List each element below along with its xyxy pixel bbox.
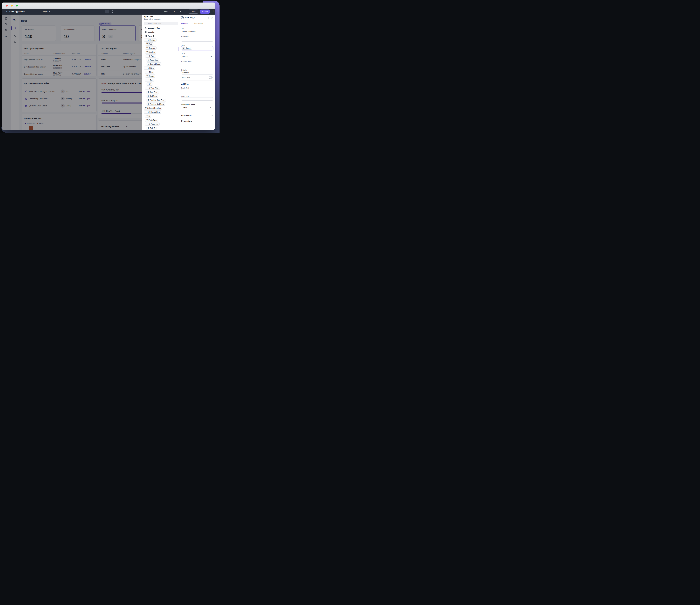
tree-pill-item[interactable]: TPrevious End Time (142, 102, 178, 105)
add-permission-button[interactable]: + (211, 120, 213, 122)
text-type-icon: T (147, 115, 148, 117)
caret-down-icon[interactable]: ▾ (145, 40, 146, 41)
preview-play-icon[interactable]: ▷ (185, 10, 186, 13)
data-pill[interactable]: ▾{···}Filters (144, 67, 155, 70)
desktop-view-button[interactable] (105, 10, 109, 14)
tree-pill-item[interactable]: ±1Current Page (142, 63, 178, 66)
data-pill[interactable]: ▾{···}Time Filter (145, 87, 160, 90)
tree-pill-item[interactable]: ▾{···}Properties (142, 123, 178, 126)
prefix-text-field[interactable] (181, 89, 213, 92)
tab-content[interactable]: Content (181, 22, 188, 24)
caret-down-icon[interactable]: ▾ (143, 35, 145, 37)
search-input[interactable] (148, 22, 177, 25)
data-pill[interactable]: TSelected Row Key (144, 106, 162, 110)
caret-down-icon[interactable]: ▾ (147, 55, 147, 56)
minimize-window-button[interactable] (11, 5, 13, 6)
decimal-places-field[interactable] (181, 63, 213, 66)
scrollbar-thumb[interactable] (178, 47, 179, 51)
mobile-view-button[interactable] (110, 10, 115, 14)
back-arrow-icon[interactable]: ← (6, 10, 8, 13)
permissions-section: Permissions (181, 120, 192, 122)
caret-down-icon[interactable]: ▾ (147, 123, 147, 125)
data-pill[interactable]: TColumns (145, 47, 157, 50)
data-pill[interactable]: TSearch (145, 74, 155, 78)
page-selector[interactable]: Page 1▾ (43, 10, 50, 13)
tree-pill-item[interactable]: {···}Filter (142, 71, 178, 74)
data-pill[interactable]: TData (145, 43, 154, 46)
collapse-panel-icon[interactable] (175, 16, 177, 19)
tree-pill-item[interactable]: TId (142, 115, 178, 118)
caret-down-icon[interactable]: ▾ (145, 68, 146, 69)
trend-color-toggle[interactable] (208, 76, 213, 79)
data-pill[interactable]: ±1Current Page (146, 63, 161, 66)
caret-right-icon[interactable]: ▸ (143, 31, 145, 33)
caret-right-icon[interactable]: ▸ (143, 27, 145, 29)
tree-pill-item[interactable]: ▾{···}Content (142, 39, 178, 42)
description-field[interactable] (181, 38, 213, 42)
data-pill[interactable]: ±1Page Size (146, 58, 159, 62)
zoom-level-selector[interactable]: 100%▾ (164, 10, 169, 13)
collapse-panel-icon[interactable] (211, 16, 214, 19)
data-pill[interactable]: ▾{···}Page (145, 54, 156, 57)
data-pill[interactable]: TPrevious End Time (146, 102, 165, 105)
trash-icon[interactable] (210, 106, 212, 108)
type-select[interactable]: Number▾ (181, 55, 213, 58)
value-field[interactable]: Count (181, 46, 213, 50)
data-pill[interactable]: ▾{···}Selected Row (144, 111, 161, 114)
tree-pill-item[interactable]: TSearch (142, 74, 178, 78)
data-pill[interactable]: ▾[ ]Sort (145, 78, 154, 82)
caret-down-icon[interactable]: ▾ (147, 88, 147, 89)
suffix-text-field[interactable] (181, 97, 213, 101)
tree-pill-item[interactable]: ▾{···}Time Filter (142, 87, 178, 90)
tree-pill-item[interactable]: TData (142, 43, 178, 46)
data-pill[interactable]: {···}0 (146, 82, 153, 86)
more-options-icon[interactable]: ⋮ (212, 10, 214, 13)
tab-appearance[interactable]: Appearance (194, 22, 203, 24)
data-pill[interactable]: TStart Time (146, 91, 159, 94)
tree-pill-item[interactable]: ▾{···}Page (142, 54, 178, 57)
tree-pill-item[interactable]: ▾{···}Filters (142, 67, 178, 70)
data-pill[interactable]: TEnd Time (146, 95, 158, 98)
secondary-value-field[interactable]: Trend (181, 105, 213, 109)
data-pill[interactable]: TPrevious Start Time (146, 99, 166, 102)
add-interaction-button[interactable]: + (211, 114, 213, 117)
tree-pill-item[interactable]: {···}0 (142, 82, 178, 86)
workspace: ⚙ U Home My Accounts140Upcoming QBRs10Up… (2, 15, 215, 130)
tree-pill-item[interactable]: TSelected Row Key (142, 106, 178, 110)
tree-pill-item[interactable]: TStart Time (142, 91, 178, 94)
tree-pill-item[interactable]: TIdentifier (142, 51, 178, 54)
tree-root-item[interactable]: ▾Table_1 (142, 34, 178, 38)
caret-down-icon[interactable]: ▾ (145, 112, 146, 113)
publish-button[interactable]: Publish (200, 9, 210, 14)
zoom-window-button[interactable] (16, 5, 18, 6)
caret-down-icon[interactable]: ▾ (147, 79, 147, 81)
save-button[interactable]: Save (189, 9, 198, 14)
data-pill[interactable]: TTask ID (146, 127, 157, 130)
data-pill[interactable]: TIdentifier (145, 51, 156, 54)
redo-icon[interactable]: ↷ (179, 10, 181, 13)
tree-root-item[interactable]: ▸Location (142, 30, 178, 33)
data-pill[interactable]: ▾{···}Properties (145, 123, 160, 126)
text-type-icon: T (148, 103, 149, 105)
data-pill[interactable]: TEntity Type (145, 119, 158, 122)
title-field[interactable]: Upsell Opportunity (181, 30, 213, 33)
tree-pill-item[interactable]: TColumns (142, 47, 178, 50)
notation-select[interactable]: Standard▾ (181, 71, 213, 74)
edit-pencil-icon[interactable] (207, 17, 209, 19)
tree-root-item[interactable]: ▸Logged in User (142, 26, 178, 29)
tree-pill-item[interactable]: ▾{···}Selected Row (142, 111, 178, 114)
data-pill[interactable]: TId (145, 115, 151, 118)
tree-pill-item[interactable]: TPrevious Start Time (142, 99, 178, 102)
undo-icon[interactable]: ↶ (174, 10, 176, 13)
tree-pill-item[interactable]: ▾[ ]Sort (142, 78, 178, 82)
tree-pill-item[interactable]: TEntity Type (142, 119, 178, 122)
close-window-button[interactable] (6, 5, 8, 6)
count-pill[interactable]: Count (182, 47, 192, 50)
input-data-search[interactable] (144, 22, 178, 25)
tree-pill-item[interactable]: TTask ID (142, 127, 178, 130)
tree-pill-item[interactable]: ±1Page Size (142, 58, 178, 62)
tree-pill-item[interactable]: TEnd Time (142, 95, 178, 98)
data-pill[interactable]: {···}Filter (145, 71, 154, 74)
tree-item-label: Logged in User (148, 27, 160, 29)
data-pill[interactable]: ▾{···}Content (144, 39, 157, 42)
